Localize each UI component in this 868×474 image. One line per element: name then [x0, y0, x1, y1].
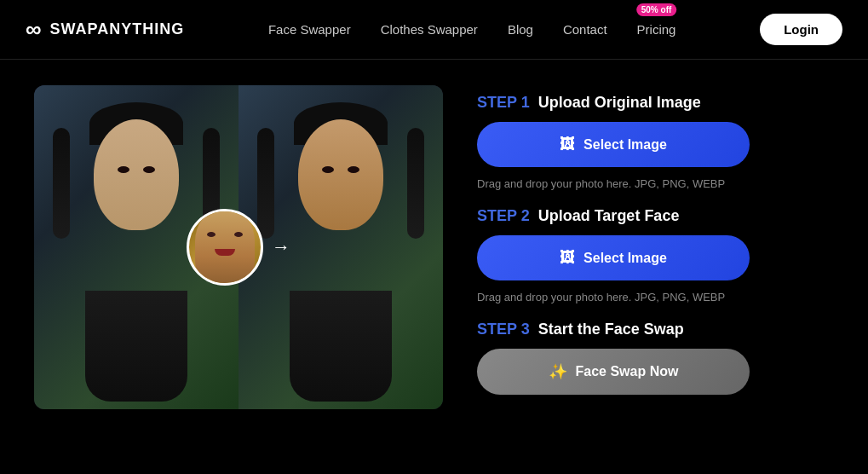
main-content: → STEP 1 Upload Original Image 🖼 Select …: [0, 60, 868, 435]
nav-blog[interactable]: Blog: [508, 22, 533, 37]
eye-right-left: [143, 166, 155, 173]
logo-area: ∞ SWAPANYTHING: [26, 16, 184, 43]
step-3-title: Start the Face Swap: [538, 321, 684, 338]
drag-hint-1: Drag and drop your photo here. JPG, PNG,…: [477, 177, 834, 190]
face-left: [94, 119, 179, 230]
step-3-label: STEP 3: [477, 321, 530, 338]
demo-composite: →: [34, 85, 443, 409]
select-image-label-2: Select Image: [583, 251, 667, 266]
dress-right: [290, 291, 392, 402]
nav-pricing[interactable]: Pricing: [637, 22, 676, 37]
nav-clothes-swapper[interactable]: Clothes Swapper: [381, 22, 478, 37]
step-2-label: STEP 2: [477, 207, 530, 225]
step-1-label: STEP 1: [477, 94, 530, 112]
step-3-header: STEP 3 Start the Face Swap: [477, 321, 834, 338]
logo-icon: ∞: [26, 16, 42, 43]
pricing-wrapper: 50% off Pricing: [637, 22, 676, 38]
arrow-right-icon: →: [272, 236, 290, 258]
braid-left-left: [53, 128, 70, 239]
overlay-group: →: [187, 209, 290, 286]
dress-left: [85, 291, 187, 402]
logo-text: SWAPANYTHING: [50, 20, 185, 38]
sparkle-icon: ✨: [549, 362, 567, 381]
face-swap-now-button[interactable]: ✨ Face Swap Now: [477, 349, 750, 395]
drag-hint-2: Drag and drop your photo here. JPG, PNG,…: [477, 291, 834, 303]
step-2-section: STEP 2 Upload Target Face 🖼 Select Image…: [477, 207, 834, 303]
nav-face-swapper[interactable]: Face Swapper: [268, 22, 351, 37]
steps-panel: STEP 1 Upload Original Image 🖼 Select Im…: [477, 85, 834, 395]
step-1-section: STEP 1 Upload Original Image 🖼 Select Im…: [477, 94, 834, 190]
eye-left-left: [118, 166, 129, 173]
eye-right-right: [348, 166, 359, 173]
discount-badge: 50% off: [636, 3, 677, 16]
face-right: [298, 119, 383, 230]
step-2-title: Upload Target Face: [538, 207, 680, 225]
image-icon-2: 🖼: [560, 249, 575, 267]
select-image-button-2[interactable]: 🖼 Select Image: [477, 235, 750, 280]
select-image-button-1[interactable]: 🖼 Select Image: [477, 122, 750, 167]
main-nav: Face Swapper Clothes Swapper Blog Contac…: [268, 22, 676, 38]
select-image-label-1: Select Image: [583, 137, 667, 153]
source-eye-left: [207, 232, 216, 237]
source-eye-right: [234, 232, 243, 237]
image-icon-1: 🖼: [560, 136, 575, 153]
step-3-section: STEP 3 Start the Face Swap ✨ Face Swap N…: [477, 321, 834, 395]
header: ∞ SWAPANYTHING Face Swapper Clothes Swap…: [0, 0, 868, 60]
step-2-header: STEP 2 Upload Target Face: [477, 207, 834, 225]
source-lips: [215, 249, 235, 256]
face-swap-overlay: →: [187, 209, 290, 286]
braid-right-right: [407, 128, 424, 239]
eye-left-right: [322, 166, 334, 173]
login-button[interactable]: Login: [760, 14, 842, 45]
step-1-title: Upload Original Image: [538, 94, 701, 112]
source-face-inner: [195, 211, 255, 286]
step-1-header: STEP 1 Upload Original Image: [477, 94, 834, 112]
nav-contact[interactable]: Contact: [563, 22, 607, 37]
demo-image-area: →: [34, 85, 443, 409]
source-face-circle: [187, 209, 263, 286]
face-swap-label: Face Swap Now: [576, 364, 679, 379]
